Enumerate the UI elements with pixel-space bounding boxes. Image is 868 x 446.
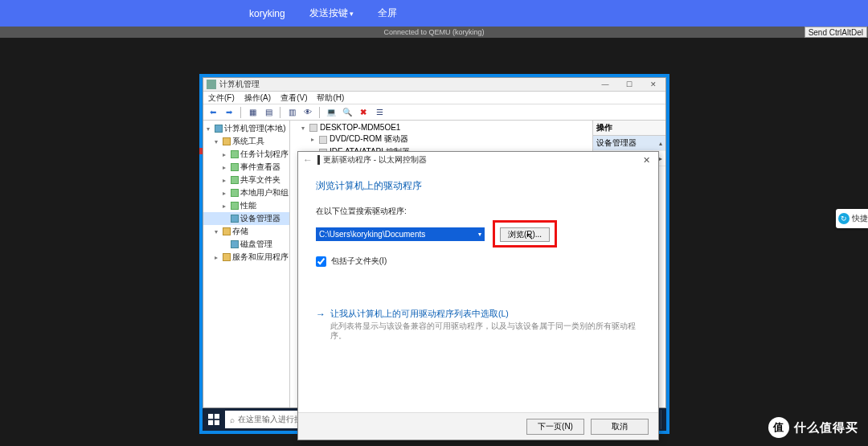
- menu-view[interactable]: 查看(V): [280, 92, 307, 104]
- svg-rect-2: [208, 420, 213, 425]
- back-button[interactable]: ⬅: [207, 106, 219, 119]
- nav-tree[interactable]: ▾计算机管理(本地) ▾系统工具 ▸任务计划程序 ▸事件查看器 ▸共享文件夹 ▸…: [203, 121, 290, 407]
- actions-header: 操作: [593, 121, 665, 136]
- minimize-button[interactable]: —: [593, 78, 617, 92]
- send-ctrlaltdel-button[interactable]: Send CtrlAltDel: [805, 27, 867, 38]
- search-location-label: 在以下位置搜索驱动程序:: [316, 206, 641, 217]
- tool-delete-icon[interactable]: ✖: [357, 106, 370, 119]
- driver-path-input[interactable]: C:\Users\koryking\Documents ▾: [316, 227, 485, 241]
- next-button[interactable]: 下一页(N): [526, 419, 584, 435]
- tool-icon[interactable]: 🔍: [341, 106, 354, 119]
- maximize-button[interactable]: ☐: [617, 78, 641, 92]
- start-button[interactable]: [204, 410, 223, 429]
- toolbar: ⬅ ➡ ▦ ▤ ▥ 👁 💻 🔍 ✖ ☰: [203, 104, 665, 121]
- menu-action[interactable]: 操作(A): [244, 92, 271, 104]
- show-desktop-button[interactable]: [661, 410, 665, 429]
- remote-user: koryking: [249, 8, 285, 19]
- svg-rect-1: [215, 414, 219, 419]
- stage: 计算机管理 — ☐ ✕ 文件(F) 操作(A) 查看(V) 帮助(H) ⬅ ➡: [0, 38, 868, 446]
- svg-rect-3: [215, 420, 219, 425]
- connection-status: Connected to QEMU (koryking): [383, 28, 484, 36]
- menu-bar: 文件(F) 操作(A) 查看(V) 帮助(H): [203, 92, 665, 104]
- watermark-badge: 值: [768, 417, 789, 438]
- send-keys-menu[interactable]: 发送按键: [309, 6, 354, 20]
- chevron-down-icon[interactable]: ▾: [478, 231, 481, 238]
- window-title: 计算机管理: [219, 79, 260, 90]
- menu-help[interactable]: 帮助(H): [317, 92, 344, 104]
- tree-systools[interactable]: ▾系统工具: [203, 135, 289, 148]
- actions-group[interactable]: 设备管理器▴: [593, 136, 665, 151]
- tree-item[interactable]: ▸任务计划程序: [203, 148, 289, 161]
- svg-rect-0: [208, 414, 213, 419]
- dialog-footer: 下一页(N) 取消: [298, 412, 658, 440]
- dialog-titlebar[interactable]: ← 更新驱动程序 - 以太网控制器 ✕: [298, 152, 658, 168]
- cancel-button[interactable]: 取消: [591, 419, 649, 435]
- title-bar-icon: [317, 155, 320, 165]
- side-widget[interactable]: ↻ 快捷: [836, 209, 868, 228]
- pick-from-list-option[interactable]: → 让我从计算机上的可用驱动程序列表中选取(L) 此列表将显示与该设备兼容的可用…: [316, 309, 641, 342]
- arrow-right-icon: →: [316, 309, 326, 342]
- update-driver-dialog: ← 更新驱动程序 - 以太网控制器 ✕ 浏览计算机上的驱动程序 在以下位置搜索驱…: [297, 151, 659, 440]
- menu-file[interactable]: 文件(F): [208, 92, 235, 104]
- tree-root[interactable]: ▾计算机管理(本地): [203, 122, 289, 135]
- app-icon: [207, 80, 216, 89]
- close-button[interactable]: ✕: [641, 78, 665, 92]
- dialog-title: 更新驱动程序 - 以太网控制器: [323, 154, 427, 166]
- tree-item[interactable]: ▸本地用户和组: [203, 186, 289, 199]
- device-host[interactable]: ▾DESKTOP-MDM5OE1: [293, 122, 589, 133]
- search-icon: ⌕: [230, 415, 235, 424]
- widget-icon: ↻: [838, 213, 850, 224]
- include-subfolders-checkbox[interactable]: 包括子文件夹(I): [316, 256, 387, 265]
- pick-title: 让我从计算机上的可用驱动程序列表中选取(L): [330, 309, 641, 320]
- browse-button[interactable]: 浏览(R)...: [500, 227, 550, 242]
- tool-icon[interactable]: 💻: [325, 106, 338, 119]
- tree-services[interactable]: ▸服务和应用程序: [203, 251, 289, 264]
- remote-desktop: 计算机管理 — ☐ ✕ 文件(F) 操作(A) 查看(V) 帮助(H) ⬅ ➡: [199, 74, 669, 434]
- forward-button[interactable]: ➡: [223, 106, 235, 119]
- tree-device-manager[interactable]: 设备管理器: [203, 212, 289, 225]
- tree-item[interactable]: ▸事件查看器: [203, 161, 289, 174]
- fullscreen-button[interactable]: 全屏: [378, 6, 397, 20]
- watermark-text: 什么值得买: [794, 420, 858, 436]
- connection-strip: Connected to QEMU (koryking) Send CtrlAl…: [0, 27, 868, 38]
- pick-desc: 此列表将显示与该设备兼容的可用驱动程序，以及与该设备属于同一类别的所有驱动程序。: [330, 321, 641, 342]
- tree-item[interactable]: 磁盘管理: [203, 238, 289, 251]
- tool-icon[interactable]: ☰: [373, 106, 386, 119]
- tree-item[interactable]: ▸共享文件夹: [203, 174, 289, 186]
- dialog-close-button[interactable]: ✕: [640, 155, 653, 166]
- include-subfolders-input[interactable]: [316, 256, 326, 267]
- tool-icon[interactable]: 👁: [301, 106, 314, 119]
- tool-icon[interactable]: ▥: [285, 106, 298, 119]
- back-arrow-icon[interactable]: ←: [303, 154, 313, 166]
- tree-storage[interactable]: ▾存储: [203, 225, 289, 238]
- browse-highlight: 浏览(R)... ↖: [493, 220, 557, 248]
- tool-icon[interactable]: ▦: [246, 106, 259, 119]
- device-item[interactable]: ▸DVD/CD-ROM 驱动器: [293, 133, 589, 145]
- tool-icon[interactable]: ▤: [262, 106, 275, 119]
- window-titlebar[interactable]: 计算机管理 — ☐ ✕: [203, 78, 665, 92]
- dialog-heading: 浏览计算机上的驱动程序: [316, 179, 641, 193]
- watermark: 值 什么值得买: [768, 417, 858, 438]
- tree-item[interactable]: ▸性能: [203, 199, 289, 212]
- remote-topbar: koryking 发送按键 全屏: [0, 0, 868, 27]
- widget-label: 快捷: [852, 213, 868, 224]
- driver-path-value: C:\Users\koryking\Documents: [319, 230, 425, 239]
